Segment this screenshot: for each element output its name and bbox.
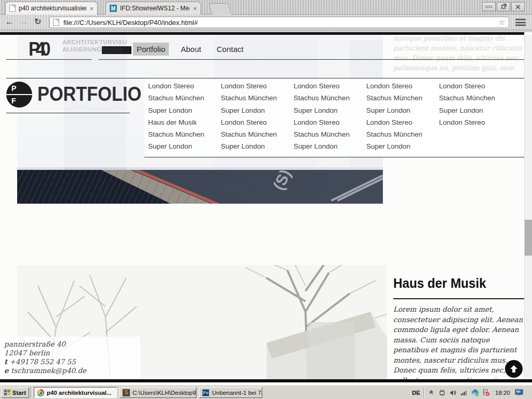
menu-item[interactable]: London Stereo [439,119,509,126]
page-scrollbar[interactable] [524,35,532,379]
phone-label: t [4,357,7,366]
menu-bottom-border [144,157,524,157]
back-button[interactable]: ← [5,17,14,27]
taskbar-task-explorer[interactable]: S C:\Users\KLH\Desktop\P... [119,387,196,398]
task-label: C:\Users\KLH\Desktop\P... [132,390,196,396]
back-to-top-button[interactable] [505,360,523,378]
menu-item[interactable]: Super London [366,143,436,150]
menu-item[interactable]: Stachus München [148,95,218,102]
phone-number: +49178 552 47 55 [10,357,76,366]
taskbar-task-photoshop[interactable]: Ps Unbenannt-1 bei 73,3% ... [199,387,262,398]
menu-item[interactable]: London Stereo [221,119,291,126]
menu-item[interactable]: Super London [294,143,364,150]
scrollbar-thumb[interactable] [525,220,532,256]
road-line [331,175,383,202]
clock[interactable]: 18:20 [495,390,510,396]
browser-tab-1[interactable]: p40 architekturvisualisierung × [5,2,98,15]
menu-item[interactable]: London Stereo [366,119,436,126]
speaker-icon[interactable] [449,389,457,396]
nav-item-home[interactable]: Home [99,43,127,56]
menu-column-1: London Stereo Stachus München Super Lond… [148,83,218,155]
page-viewport: natoque penatibus et magnis dis parturie… [0,32,532,382]
contact-block: pannierstraße 40 12047 berlin t +49178 5… [4,340,86,375]
page-favicon-icon [9,5,16,12]
start-label: Start [12,390,26,396]
task-label: p40 architekturvisual... [47,390,112,396]
logo-tagline-line2: ALISIERUNG [62,46,102,52]
nav-item-contact[interactable]: Contact [213,43,247,56]
menu-item[interactable]: Super London [366,107,436,114]
logo-underline [6,59,91,60]
taskbar: Start p40 architekturvisual... S C:\User… [0,385,532,399]
menu-item[interactable]: London Stereo [148,83,218,90]
menu-column-4: London Stereo Stachus München Super Lond… [366,83,436,155]
power-plug-icon[interactable] [438,389,446,396]
menu-column-2: London Stereo Stachus München Super Lond… [221,83,291,155]
menu-item[interactable]: Super London [148,107,218,114]
project-title: Haus der Musik [393,275,486,291]
menu-item[interactable]: Stachus München [221,95,291,102]
language-indicator[interactable]: DE [412,390,420,396]
nav-item-portfolio[interactable]: Portfolio [133,43,169,56]
tab-title: p40 architekturvisualisierung [19,5,86,12]
menu-item[interactable]: Stachus München [148,131,218,138]
chevron-up-icon[interactable] [428,389,435,396]
menu-item[interactable]: Super London [221,107,291,114]
tab-title: IFD:ShowreelWS12 - Medien [120,5,190,12]
site-logo[interactable]: P40 [29,38,46,60]
street-photo: (S) [17,170,383,204]
reload-button[interactable]: ↻ [34,17,41,26]
close-window-button[interactable]: ✕ [511,2,525,11]
menu-item[interactable]: London Stereo [366,83,436,90]
contact-phone: t +49178 552 47 55 [4,357,86,366]
address-bar[interactable]: file:///C:/Users/KLH/Desktop/P40/index.h… [49,17,509,28]
menu-item[interactable]: Stachus München [294,131,364,138]
browser-tab-2[interactable]: M IFD:ShowreelWS12 - Medien × [105,2,201,15]
action-center-flag-icon[interactable] [482,389,490,396]
start-button[interactable]: Start [1,387,29,398]
restore-button[interactable] [497,2,510,11]
bookmark-star-icon[interactable]: ☆ [499,18,506,27]
browser-menu-button[interactable] [515,19,526,26]
nav-item-about[interactable]: About [177,43,205,56]
menu-item[interactable]: London Stereo [439,83,509,90]
show-desktop-button[interactable] [514,389,524,397]
menu-item[interactable]: Super London [221,143,291,150]
menu-item[interactable]: Stachus München [221,131,291,138]
forward-button[interactable]: → [20,17,29,27]
system-tray: DE 18:20 [412,387,524,398]
menu-item[interactable]: Stachus München [366,131,436,138]
tab-close-icon[interactable]: × [193,5,197,12]
menu-item[interactable]: London Stereo [221,83,291,90]
menu-item[interactable]: Stachus München [294,95,364,102]
new-tab-button[interactable] [208,3,232,15]
project-title-underline [393,298,524,299]
menu-column-3: London Stereo Stachus München Super Lond… [294,83,364,155]
contact-email[interactable]: e tschrammek@p40.de [4,366,86,375]
dropbox-icon[interactable] [471,389,479,396]
contact-street: pannierstraße 40 [4,340,86,349]
menu-item[interactable]: Super London [294,107,364,114]
email-address[interactable]: tschrammek@p40.de [11,366,86,375]
editor-s-icon: S [123,389,130,396]
tray-divider [423,388,424,397]
taskbar-task-chrome[interactable]: p40 architekturvisual... [34,387,117,398]
badge-letter-top: P [11,84,16,92]
menu-item[interactable]: Haus der Musik [148,119,218,126]
menu-item[interactable]: Super London [148,143,218,150]
menu-item[interactable]: Stachus München [439,95,509,102]
tab-close-icon[interactable]: × [89,5,94,12]
menu-item[interactable]: Stachus München [366,95,436,102]
windows-logo-icon [4,390,10,395]
menu-item[interactable]: London Stereo [294,83,364,90]
minimize-button[interactable] [482,2,496,11]
heading-underline [6,113,130,113]
menu-item[interactable]: Super London [439,107,509,114]
site-bottom-bar [0,379,532,382]
url-text[interactable]: file:///C:/Users/KLH/Desktop/P40/index.h… [63,19,499,26]
browser-tab-strip: p40 architekturvisualisierung × M IFD:Sh… [0,0,532,15]
network-signal-icon[interactable] [460,389,468,396]
task-label: Unbenannt-1 bei 73,3% ... [212,390,262,396]
menu-item[interactable]: London Stereo [294,119,364,126]
scrolled-paragraph: natoque penatibus et magnis dis parturie… [393,33,524,73]
